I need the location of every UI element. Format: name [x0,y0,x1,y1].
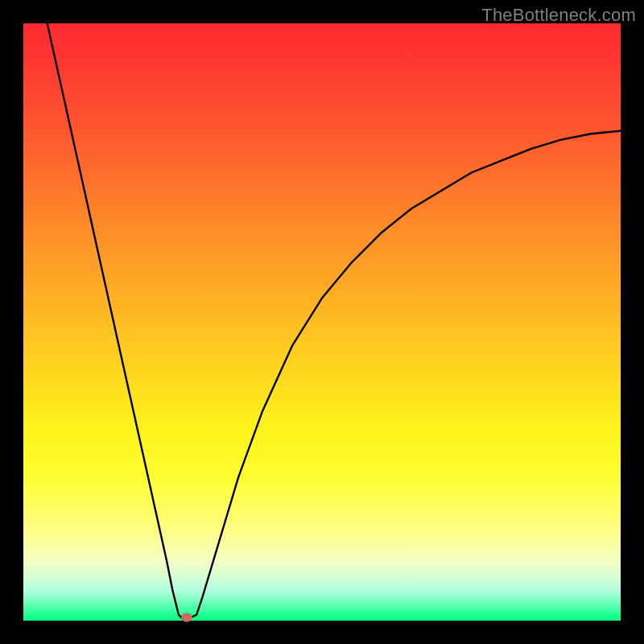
watermark-text: TheBottleneck.com [481,5,636,26]
bottleneck-curve [23,23,621,621]
minimum-marker [181,613,192,622]
plot-area [23,23,621,621]
chart-frame: TheBottleneck.com [0,0,644,644]
